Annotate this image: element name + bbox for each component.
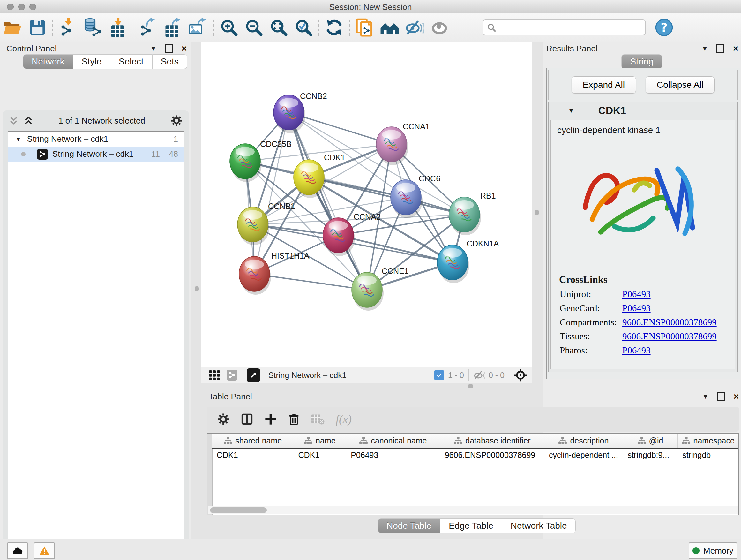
cell-shared-name[interactable]: CDK1 xyxy=(212,449,294,461)
zoom-out-button[interactable] xyxy=(241,16,266,39)
crosslink-label: Pharos: xyxy=(560,345,622,356)
open-session-button[interactable] xyxy=(0,16,25,39)
search-input[interactable] xyxy=(482,19,646,36)
network-canvas[interactable]: CCNB2CCNA1CDC25BCDK1CDC6RB1CCNB1CCNA2CDK… xyxy=(201,42,532,367)
network-panel: 1 of 1 Network selected ▼ String Network… xyxy=(3,111,189,560)
column-tree-icon xyxy=(224,437,232,444)
export-image-icon xyxy=(188,17,208,38)
network-graph[interactable]: CCNB2CCNA1CDC25BCDK1CDC6RB1CCNB1CCNA2CDK… xyxy=(201,42,532,367)
control-panel-close-icon[interactable]: × xyxy=(181,45,187,52)
table-horizontal-scrollbar[interactable] xyxy=(208,506,738,514)
string-home-button[interactable] xyxy=(377,16,402,39)
tab-network-table[interactable]: Network Table xyxy=(502,518,576,533)
column-header[interactable]: database identifier xyxy=(441,434,544,448)
scrollbar-thumb[interactable] xyxy=(210,507,267,513)
gene-collapse-icon[interactable]: ▼ xyxy=(568,106,575,115)
column-header[interactable]: @id xyxy=(623,434,678,448)
memory-button[interactable]: Memory xyxy=(689,543,737,559)
results-panel-collapse-icon[interactable]: ▼ xyxy=(702,45,708,52)
hidden-eye-slash-icon[interactable] xyxy=(473,370,485,381)
hide-selected-button[interactable] xyxy=(402,16,427,39)
add-column-icon[interactable] xyxy=(264,413,277,426)
tab-style[interactable]: Style xyxy=(73,54,110,69)
import-table-file-button[interactable] xyxy=(105,16,130,39)
refresh-button[interactable] xyxy=(322,16,347,39)
grid-view-icon[interactable] xyxy=(208,369,221,381)
tab-edge-table[interactable]: Edge Table xyxy=(440,518,502,533)
table-panel-float-icon[interactable] xyxy=(717,392,725,401)
collapse-all-icon[interactable] xyxy=(9,116,18,125)
string-document-button[interactable] xyxy=(352,16,377,39)
table-panel-close-icon[interactable]: × xyxy=(733,393,739,400)
cell-id[interactable]: stringdb:9... xyxy=(623,449,678,461)
network-view-share-icon[interactable] xyxy=(226,370,238,381)
cell-description[interactable]: cyclin-dependent ... xyxy=(544,449,623,461)
expand-all-icon[interactable] xyxy=(23,116,33,125)
table-options-gear-icon[interactable] xyxy=(217,413,230,426)
delete-table-icon[interactable] xyxy=(311,413,325,425)
results-panel-float-icon[interactable] xyxy=(716,44,724,53)
export-view-icon[interactable] xyxy=(247,368,260,382)
export-table-button[interactable] xyxy=(161,16,186,39)
collection-count: 1 xyxy=(174,134,178,144)
function-builder-icon[interactable]: f(x) xyxy=(336,413,352,426)
warning-status-button[interactable] xyxy=(34,543,55,559)
show-columns-icon[interactable] xyxy=(241,413,253,426)
network-options-gear-icon[interactable] xyxy=(171,115,183,127)
crosslink-link[interactable]: 9606.ENSP00000378699 xyxy=(622,317,717,327)
bottom-splitter-handle[interactable] xyxy=(468,384,473,388)
node-label-rb1: RB1 xyxy=(480,191,496,200)
cloud-status-button[interactable] xyxy=(7,543,28,559)
import-network-database-button[interactable] xyxy=(80,16,105,39)
import-network-file-button[interactable] xyxy=(56,16,80,39)
tab-string[interactable]: String xyxy=(621,54,662,69)
zoom-fit-button[interactable] xyxy=(266,16,291,39)
collapse-all-button[interactable]: Collapse All xyxy=(646,76,715,94)
export-network-button[interactable] xyxy=(136,16,161,39)
network-row-selected[interactable]: String Network – cdk1 11 48 xyxy=(8,146,184,162)
zoom-in-button[interactable] xyxy=(216,16,241,39)
table-panel-collapse-icon[interactable]: ▼ xyxy=(702,393,709,400)
eye-icon xyxy=(430,18,448,37)
expand-all-button[interactable]: Expand All xyxy=(571,76,636,94)
node-label-ccna1: CCNA1 xyxy=(403,122,430,131)
table-row[interactable]: CDK1 CDK1 P06493 9606.ENSP00000378699 cy… xyxy=(212,449,738,461)
cell-database-identifier[interactable]: 9606.ENSP00000378699 xyxy=(441,449,544,461)
zoom-out-icon xyxy=(245,18,263,37)
birdseye-crosshair-icon[interactable] xyxy=(514,368,527,382)
selected-checkbox-icon[interactable] xyxy=(434,370,444,380)
right-splitter-handle[interactable] xyxy=(535,210,539,215)
cell-namespace[interactable]: stringdb xyxy=(678,449,738,461)
cell-canonical-name[interactable]: P06493 xyxy=(346,449,440,461)
tab-node-table[interactable]: Node Table xyxy=(378,518,440,533)
control-panel-float-icon[interactable] xyxy=(165,44,173,53)
network-collection-row[interactable]: ▼ String Network – cdk1 1 xyxy=(8,132,184,146)
column-header[interactable]: name xyxy=(294,434,347,448)
network-node-count: 11 xyxy=(151,149,160,159)
export-image-button[interactable] xyxy=(186,16,211,39)
control-panel-collapse-icon[interactable]: ▼ xyxy=(150,45,157,52)
tab-select[interactable]: Select xyxy=(110,54,152,69)
zoom-selected-button[interactable] xyxy=(291,16,316,39)
results-panel-close-icon[interactable]: × xyxy=(733,45,738,52)
crosslink-link[interactable]: P06493 xyxy=(622,289,651,300)
left-splitter-handle[interactable] xyxy=(195,286,199,292)
column-header[interactable]: namespace xyxy=(678,434,738,448)
save-session-button[interactable] xyxy=(25,16,50,39)
help-button[interactable]: ? xyxy=(652,16,677,39)
tab-sets[interactable]: Sets xyxy=(152,54,187,69)
delete-column-trash-icon[interactable] xyxy=(288,413,300,426)
toolbar-separator xyxy=(133,17,133,37)
column-header[interactable]: shared name xyxy=(212,434,294,448)
crosslink-link[interactable]: P06493 xyxy=(622,345,651,356)
refresh-icon xyxy=(325,18,343,37)
tab-network[interactable]: Network xyxy=(23,54,73,69)
crosslink-link[interactable]: 9606.ENSP00000378699 xyxy=(622,331,717,341)
column-header[interactable]: description xyxy=(544,434,623,448)
toolbar-separator xyxy=(319,17,319,37)
column-header[interactable]: canonical name xyxy=(346,434,440,448)
tree-expand-icon[interactable]: ▼ xyxy=(15,136,21,143)
show-all-button[interactable] xyxy=(427,16,452,39)
cell-name[interactable]: CDK1 xyxy=(294,449,347,461)
crosslink-link[interactable]: P06493 xyxy=(622,303,651,314)
